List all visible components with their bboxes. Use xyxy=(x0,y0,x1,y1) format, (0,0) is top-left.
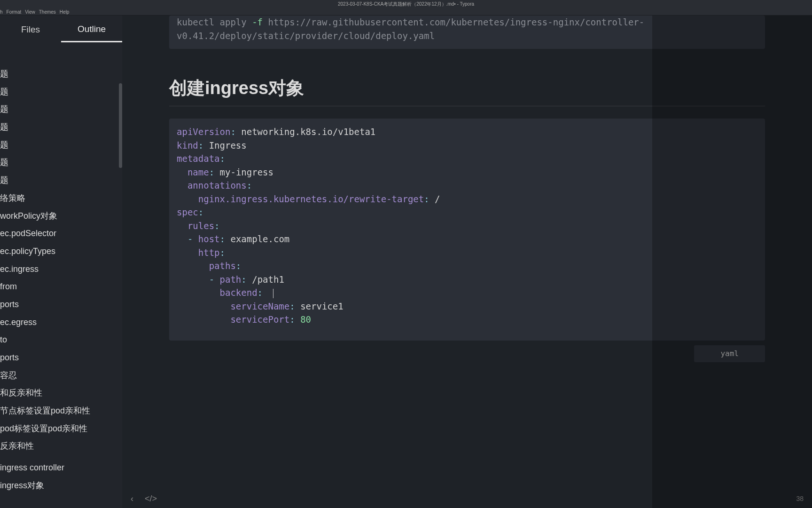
outline-item[interactable]: 题 xyxy=(0,119,122,136)
outline-item[interactable]: to xyxy=(0,331,122,349)
outline-item[interactable]: 容忍 xyxy=(0,367,122,385)
code-text: https://raw.githubusercontent.com/kubern… xyxy=(263,17,644,27)
code-text: kubectl apply xyxy=(177,17,252,27)
code-text: v0.41.2/deploy/static/provider/cloud/dep… xyxy=(177,29,757,43)
outline-item[interactable]: ports xyxy=(0,296,122,314)
menu-paragraph[interactable]: h xyxy=(0,9,3,15)
outline-item[interactable]: workPolicy对象 xyxy=(0,207,122,225)
outline-item[interactable]: ports xyxy=(0,349,122,367)
outline-item[interactable]: ingress对象 xyxy=(0,477,122,495)
menu-themes[interactable]: Themes xyxy=(39,9,56,15)
window-title: 2023-03-07-K8S-CKA考试真题解析（2022年12月）.md• -… xyxy=(338,1,474,8)
editor-main[interactable]: kubectl apply -f https://raw.githubuserc… xyxy=(122,16,812,508)
outline-item[interactable]: 题 xyxy=(0,101,122,119)
code-block-yaml[interactable]: apiVersion: networking.k8s.io/v1beta1 ki… xyxy=(169,119,765,341)
outline-item[interactable]: 题 xyxy=(0,154,122,172)
text-cursor xyxy=(273,289,273,298)
outline-item[interactable]: ec.policyTypes xyxy=(0,243,122,261)
outline-item[interactable]: ingress controller xyxy=(0,459,122,477)
source-mode-icon[interactable]: </> xyxy=(145,494,157,504)
outline-item[interactable]: 题 xyxy=(0,65,122,83)
tab-outline[interactable]: Outline xyxy=(61,16,122,42)
outline-item[interactable]: ec.ingress xyxy=(0,261,122,278)
outline-item[interactable] xyxy=(0,455,122,459)
outline-item[interactable]: 题 xyxy=(0,83,122,101)
outline-item[interactable]: 络策略 xyxy=(0,190,122,207)
menubar: h Format View Themes Help xyxy=(0,8,812,16)
outline-item[interactable]: 和反亲和性 xyxy=(0,384,122,402)
outline-item[interactable]: 题 xyxy=(0,172,122,190)
statusbar: ‹ </> 38 xyxy=(122,489,812,508)
outline-item[interactable]: ec.egress xyxy=(0,314,122,332)
menu-help[interactable]: Help xyxy=(60,9,70,15)
outline-item[interactable]: pod标签设置pod亲和性 xyxy=(0,420,122,438)
outline-item[interactable]: 反亲和性 xyxy=(0,437,122,455)
code-block-shell[interactable]: kubectl apply -f https://raw.githubuserc… xyxy=(169,16,765,49)
outline-item[interactable]: 题 xyxy=(0,136,122,154)
tab-files[interactable]: Files xyxy=(0,17,61,41)
outline-item[interactable]: 节点标签设置pod亲和性 xyxy=(0,402,122,420)
code-flag: -f xyxy=(252,17,263,27)
menu-view[interactable]: View xyxy=(25,9,35,15)
sidebar: Files Outline 题 题 题 题 题 题 题 络策略 workPoli… xyxy=(0,16,122,508)
outline-item[interactable]: ec.podSelector xyxy=(0,225,122,243)
outline-list: 题 题 题 题 题 题 题 络策略 workPolicy对象 ec.podSel… xyxy=(0,43,122,495)
heading-create-ingress[interactable]: 创建ingress对象 xyxy=(169,68,765,106)
sidebar-tabs: Files Outline xyxy=(0,16,122,43)
sidebar-toggle-icon[interactable]: ‹ xyxy=(131,494,133,504)
outline-item[interactable]: from xyxy=(0,278,122,296)
window-titlebar: 2023-03-07-K8S-CKA考试真题解析（2022年12月）.md• -… xyxy=(0,0,812,8)
code-lang-label[interactable]: yaml xyxy=(694,345,765,362)
word-count[interactable]: 38 xyxy=(796,495,804,502)
menu-format[interactable]: Format xyxy=(7,9,22,15)
sidebar-scrollbar[interactable] xyxy=(119,83,122,168)
